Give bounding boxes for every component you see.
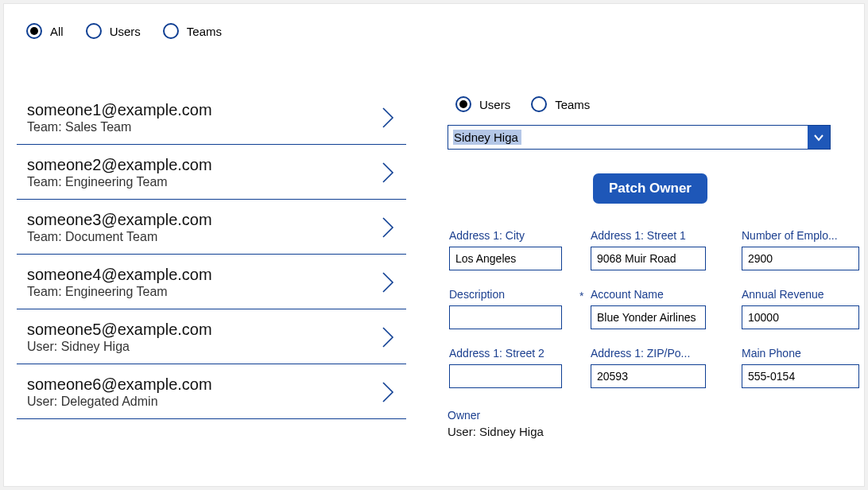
list-item[interactable]: someone3@example.comTeam: Document Team — [17, 200, 406, 255]
filter-label: Users — [110, 25, 141, 38]
chevron-right-icon — [381, 161, 395, 185]
owner-type-label: Users — [479, 98, 510, 111]
radio-icon — [455, 96, 471, 112]
app-frame: All Users Teams someone1@example.comTeam… — [3, 3, 865, 487]
list-item[interactable]: someone6@example.comUser: Delegated Admi… — [17, 364, 406, 419]
filter-label: Teams — [187, 25, 222, 38]
field-label: Main Phone — [742, 347, 859, 360]
list-item-secondary: User: Sidney Higa — [27, 340, 212, 354]
chevron-right-icon — [381, 270, 395, 294]
list-item-primary: someone1@example.com — [27, 101, 212, 119]
zip-input[interactable] — [591, 364, 706, 388]
patch-owner-button[interactable]: Patch Owner — [593, 173, 707, 204]
list-item-secondary: User: Delegated Admin — [27, 395, 212, 409]
field-label: Address 1: ZIP/Po... — [591, 347, 713, 360]
revenue-input[interactable] — [742, 305, 859, 329]
list-item[interactable]: someone2@example.comTeam: Engineering Te… — [17, 145, 406, 200]
chevron-right-icon — [381, 216, 395, 239]
chevron-right-icon — [381, 380, 395, 404]
owner-select-value-wrap: Sidney Higa — [448, 126, 808, 149]
field-annual-revenue: Annual Revenue — [742, 288, 859, 329]
city-input[interactable] — [449, 247, 562, 270]
chevron-down-icon — [813, 134, 824, 142]
list-item-primary: someone3@example.com — [27, 211, 212, 229]
field-label: Address 1: Street 1 — [591, 229, 713, 242]
list-item-primary: someone4@example.com — [27, 266, 212, 284]
list-item-secondary: Team: Engineering Team — [27, 175, 212, 189]
account-name-input[interactable] — [591, 305, 706, 329]
required-marker: * — [579, 290, 583, 302]
field-grid: Address 1: City Address 1: Street 1 Numb… — [449, 229, 853, 388]
field-label: Address 1: Street 2 — [449, 347, 562, 360]
top-filter-group: All Users Teams — [26, 23, 222, 39]
filter-label: All — [50, 25, 64, 38]
field-label: Description — [449, 288, 562, 301]
radio-icon — [86, 23, 102, 39]
field-phone: Main Phone — [742, 347, 859, 388]
field-street1: Address 1: Street 1 — [591, 229, 713, 270]
chevron-right-icon — [381, 325, 395, 349]
field-city: Address 1: City — [449, 229, 562, 270]
list-item[interactable]: someone5@example.comUser: Sidney Higa — [17, 309, 406, 364]
list-item[interactable]: someone1@example.comTeam: Sales Team — [17, 90, 406, 145]
numemp-input[interactable] — [742, 247, 859, 270]
owner-select-value: Sidney Higa — [453, 130, 521, 145]
chevron-right-icon — [381, 106, 395, 130]
list-item-secondary: Team: Document Team — [27, 230, 212, 244]
owner-type-label: Teams — [555, 98, 590, 111]
field-street2: Address 1: Street 2 — [449, 347, 562, 388]
owner-type-users[interactable]: Users — [455, 96, 510, 112]
owner-type-group: Users Teams — [455, 96, 853, 112]
record-list[interactable]: someone1@example.comTeam: Sales Teamsome… — [17, 90, 406, 484]
field-label: Address 1: City — [449, 229, 562, 242]
list-item-secondary: Team: Sales Team — [27, 120, 212, 134]
owner-info-value: User: Sidney Higa — [448, 425, 853, 438]
owner-info: Owner User: Sidney Higa — [448, 409, 853, 438]
filter-teams[interactable]: Teams — [163, 23, 222, 39]
street1-input[interactable] — [591, 247, 706, 270]
field-numemp: Number of Emplo... — [742, 229, 859, 270]
radio-icon — [163, 23, 179, 39]
radio-icon — [26, 23, 42, 39]
list-item-primary: someone6@example.com — [27, 375, 212, 394]
field-account-name: * Account Name — [591, 288, 713, 329]
field-label: Annual Revenue — [742, 288, 859, 301]
field-zip: Address 1: ZIP/Po... — [591, 347, 713, 388]
filter-all[interactable]: All — [26, 23, 64, 39]
field-label: Number of Emplo... — [742, 229, 859, 242]
street2-input[interactable] — [449, 364, 562, 388]
phone-input[interactable] — [742, 364, 859, 388]
filter-users[interactable]: Users — [86, 23, 141, 39]
field-label: Account Name — [591, 288, 713, 301]
owner-select-dropdown-button[interactable] — [808, 126, 830, 149]
field-description: Description — [449, 288, 562, 329]
owner-select[interactable]: Sidney Higa — [448, 125, 831, 150]
owner-type-teams[interactable]: Teams — [531, 96, 590, 112]
list-item-primary: someone2@example.com — [27, 156, 212, 174]
list-item-primary: someone5@example.com — [27, 321, 212, 339]
list-item[interactable]: someone4@example.comTeam: Engineering Te… — [17, 255, 406, 309]
list-item-secondary: Team: Engineering Team — [27, 285, 212, 299]
detail-pane: Users Teams Sidney Higa Patch Owner Addr… — [448, 96, 853, 438]
radio-icon — [531, 96, 547, 112]
description-input[interactable] — [449, 305, 562, 329]
owner-info-label: Owner — [448, 409, 853, 422]
